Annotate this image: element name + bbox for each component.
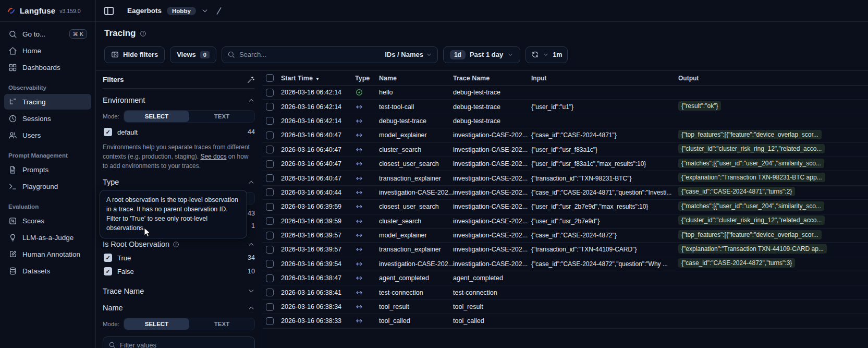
row-checkbox[interactable] <box>266 232 274 239</box>
sidebar-item-playground[interactable]: Playground <box>4 178 91 194</box>
sidebar-item-human-annotation[interactable]: Human Annotation <box>4 246 91 262</box>
row-checkbox[interactable] <box>266 131 274 139</box>
row-output-chip: {"result":"ok"} <box>678 101 721 111</box>
row-checkbox[interactable] <box>266 160 274 168</box>
filter-section-name[interactable]: Name <box>103 304 255 312</box>
search-scope-dropdown[interactable]: IDs / Names <box>385 51 432 58</box>
mode-select-option[interactable]: SELECT <box>124 111 189 122</box>
row-checkbox[interactable] <box>266 246 274 254</box>
sidebar-item-home[interactable]: Home <box>4 43 91 58</box>
table-row[interactable]: 2026-03-16 06:38:34tool_resulttool_resul… <box>262 300 868 314</box>
table-row[interactable]: 2026-03-16 06:40:47closest_user_searchin… <box>262 157 868 171</box>
mode-select-option[interactable]: SELECT <box>124 318 189 330</box>
row-checkbox[interactable] <box>266 317 274 325</box>
mode-text-option[interactable]: TEXT <box>189 111 254 122</box>
column-header-type[interactable]: Type <box>355 75 379 82</box>
table-row[interactable]: 2026-03-16 06:40:47model_explainerinvest… <box>262 128 868 142</box>
views-label: Views <box>177 51 196 58</box>
sidebar-item-users[interactable]: Users <box>4 127 91 143</box>
time-range-button[interactable]: 1d Past 1 day <box>443 46 520 63</box>
row-name: investigation-CASE-202... <box>379 260 453 268</box>
row-checkbox[interactable] <box>266 260 274 268</box>
table-row[interactable]: 2026-03-16 06:38:41test-connectiontest-c… <box>262 285 868 299</box>
project-switcher-chevron-icon[interactable] <box>201 7 209 15</box>
chevron-down-icon[interactable] <box>543 52 549 58</box>
table-row[interactable]: 2026-03-16 06:39:57model_explainerinvest… <box>262 229 868 243</box>
table-row[interactable]: 2026-03-16 06:40:47transaction_explainer… <box>262 171 868 185</box>
row-checkbox[interactable] <box>266 188 274 196</box>
see-docs-link[interactable]: See docs <box>200 153 226 160</box>
row-checkbox[interactable] <box>266 303 274 311</box>
is-root-info-icon[interactable] <box>173 241 179 248</box>
project-name[interactable]: Eagerbots <box>127 7 162 15</box>
chevron-up-icon[interactable] <box>248 97 255 104</box>
sidebar-item-llm-as-a-judge[interactable]: LLM-as-a-Judge <box>4 230 91 245</box>
row-checkbox[interactable] <box>266 117 274 125</box>
row-checkbox[interactable] <box>266 146 274 153</box>
chevron-up-icon[interactable] <box>248 241 255 248</box>
row-name: transaction_explainer <box>379 246 453 253</box>
refresh-control[interactable]: 1m <box>525 46 568 63</box>
table-row[interactable]: 2026-03-16 06:40:47cluster_searchinvesti… <box>262 143 868 157</box>
chevron-up-icon[interactable] <box>248 304 255 311</box>
row-start-time: 2026-03-16 06:39:54 <box>281 260 355 268</box>
filter-section-trace-name[interactable]: Trace Name <box>103 287 255 295</box>
name-section-title: Name <box>103 304 123 312</box>
table-row[interactable]: 2026-03-16 06:39:54investigation-CASE-20… <box>262 257 868 271</box>
row-checkbox[interactable] <box>266 217 274 225</box>
refresh-icon[interactable] <box>531 51 539 58</box>
column-header-output[interactable]: Output <box>678 75 868 82</box>
clock-icon <box>8 114 17 123</box>
sidebar-item-prompts[interactable]: Prompts <box>4 162 91 177</box>
page-info-icon[interactable] <box>140 30 146 37</box>
span-type-icon <box>355 317 363 325</box>
row-checkbox[interactable] <box>266 174 274 182</box>
sidebar-item-sessions[interactable]: Sessions <box>4 111 91 126</box>
table-row[interactable]: 2026-03-16 06:42:14hellodebug-test-trace <box>262 86 868 100</box>
chevron-up-icon[interactable] <box>248 178 255 186</box>
row-start-time: 2026-03-16 06:40:47 <box>281 160 355 167</box>
filter-values-input[interactable] <box>120 341 249 348</box>
row-name: hello <box>379 89 453 96</box>
sidebar-item-scores[interactable]: Scores <box>4 213 91 229</box>
table-row[interactable]: 2026-03-16 06:42:14debug-test-tracedebug… <box>262 114 868 128</box>
mode-text-option[interactable]: TEXT <box>189 318 254 330</box>
column-header-input[interactable]: Input <box>531 75 678 82</box>
column-header-start-time[interactable]: Start Time▼ <box>281 75 355 82</box>
table-row[interactable]: 2026-03-16 06:39:59closest_user_searchin… <box>262 200 868 214</box>
table-row[interactable]: 2026-03-16 06:38:47agent_completedagent_… <box>262 271 868 285</box>
checkbox-checked[interactable]: ✓ <box>104 267 112 275</box>
table-row[interactable]: 2026-03-16 06:39:59cluster_searchinvesti… <box>262 214 868 229</box>
table-row[interactable]: 2026-03-16 06:39:57transaction_explainer… <box>262 243 868 257</box>
row-name: investigation-CASE-202... <box>379 189 453 196</box>
row-checkbox[interactable] <box>266 289 274 296</box>
goto-button[interactable]: Go to... ⌘ K <box>4 26 91 42</box>
filter-section-environment[interactable]: Environment <box>103 96 255 104</box>
row-checkbox[interactable] <box>266 203 274 211</box>
chevron-down-icon[interactable] <box>248 287 255 295</box>
filter-section-is-root-observation[interactable]: Is Root Observation <box>103 240 255 248</box>
search-input[interactable] <box>239 51 381 58</box>
checkbox-checked[interactable]: ✓ <box>104 254 112 262</box>
row-checkbox[interactable] <box>266 89 274 97</box>
column-header-trace-name[interactable]: Trace Name <box>453 75 531 82</box>
filter-section-type[interactable]: Type <box>103 178 255 186</box>
sidebar-toggle-icon[interactable] <box>103 5 115 17</box>
sidebar-item-tracing[interactable]: Tracing <box>4 94 91 110</box>
filter-wand-icon[interactable] <box>247 76 255 84</box>
row-name: model_explainer <box>379 232 453 239</box>
row-checkbox[interactable] <box>266 274 274 282</box>
column-header-name[interactable]: Name <box>379 75 453 82</box>
row-output-chip: {"cluster_id":"cluster_risk_ring_12","re… <box>678 144 825 153</box>
table-row[interactable]: 2026-03-16 06:42:14test-tool-calldebug-t… <box>262 100 868 114</box>
views-button[interactable]: Views 0 <box>170 46 216 63</box>
checkbox-checked[interactable]: ✓ <box>104 128 112 136</box>
select-all-checkbox[interactable] <box>266 74 274 82</box>
sidebar-item-dashboards[interactable]: Dashboards <box>4 59 91 75</box>
hide-filters-button[interactable]: Hide filters <box>104 46 165 63</box>
table-row[interactable]: 2026-03-16 06:40:44investigation-CASE-20… <box>262 186 868 200</box>
sidebar-item-datasets[interactable]: Datasets <box>4 263 91 279</box>
row-output-chip: {"matches":[{"user_id":"user_204","simil… <box>678 159 824 168</box>
row-checkbox[interactable] <box>266 103 274 111</box>
table-row[interactable]: 2026-03-16 06:38:33tool_calledtool_calle… <box>262 314 868 328</box>
